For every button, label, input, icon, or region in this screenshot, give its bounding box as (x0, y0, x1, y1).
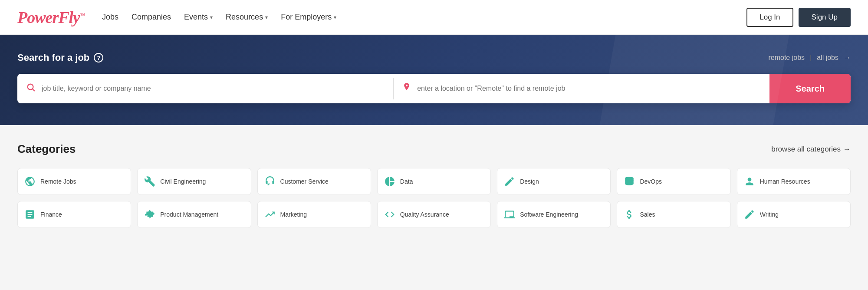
categories-title: Categories (17, 142, 76, 156)
nav-links: Jobs Companies Events ▾ Resources ▾ For … (102, 13, 746, 22)
category-quality-assurance[interactable]: Quality Assurance (377, 201, 491, 228)
category-label: Human Resources (760, 178, 810, 185)
hero-top: Search for a job ? remote jobs | all job… (17, 52, 851, 63)
location-icon (402, 82, 411, 95)
chevron-down-icon: ▾ (265, 14, 268, 20)
laptop-icon (503, 208, 516, 221)
keyword-field (17, 74, 393, 103)
search-box: Search (17, 74, 851, 103)
category-data[interactable]: Data (377, 168, 491, 195)
hero-title: Search for a job ? (17, 52, 103, 63)
nav-actions: Log In Sign Up (746, 8, 851, 27)
pie-chart-icon (384, 175, 396, 188)
keyword-input[interactable] (42, 85, 385, 92)
svg-line-1 (33, 89, 34, 91)
category-label: Marketing (280, 211, 307, 218)
logo[interactable]: PowerFly™ (17, 8, 85, 27)
signup-button[interactable]: Sign Up (799, 8, 851, 27)
design-icon (503, 175, 516, 188)
category-label: DevOps (640, 178, 662, 185)
nav-item-events[interactable]: Events ▾ (184, 13, 213, 22)
search-icon (26, 82, 36, 95)
browse-all-link[interactable]: browse all categories → (771, 145, 851, 154)
category-label: Writing (760, 211, 779, 218)
location-field (394, 74, 769, 103)
divider: | (810, 54, 812, 62)
arrow-icon: → (844, 54, 851, 62)
category-customer-service[interactable]: Customer Service (257, 168, 371, 195)
wrench-icon (144, 175, 156, 188)
category-civil-engineering[interactable]: Civil Engineering (137, 168, 251, 195)
category-label: Data (400, 178, 413, 185)
categories-grid: Remote Jobs Civil Engineering Customer S… (17, 168, 851, 228)
category-label: Civil Engineering (160, 178, 206, 185)
chart-up-icon (264, 208, 276, 221)
all-jobs-link[interactable]: all jobs (817, 54, 838, 62)
remote-jobs-link[interactable]: remote jobs (768, 54, 805, 62)
categories-section: Categories browse all categories → Remot… (0, 125, 868, 245)
category-design[interactable]: Design (497, 168, 611, 195)
calculator-icon (24, 208, 36, 221)
nav-item-companies[interactable]: Companies (132, 13, 171, 22)
category-label: Product Management (160, 211, 218, 218)
category-label: Design (520, 178, 539, 185)
database-icon (623, 175, 635, 188)
category-label: Remote Jobs (40, 178, 76, 185)
help-icon[interactable]: ? (94, 53, 103, 63)
cog-person-icon (144, 208, 156, 221)
login-button[interactable]: Log In (746, 8, 793, 27)
dollar-icon (623, 208, 635, 221)
nav-item-resources[interactable]: Resources ▾ (226, 13, 268, 22)
category-product-management[interactable]: Product Management (137, 201, 251, 228)
category-label: Quality Assurance (400, 211, 449, 218)
location-input[interactable] (417, 85, 761, 92)
chevron-down-icon: ▾ (334, 14, 336, 20)
code-bracket-icon (384, 208, 396, 221)
person-icon (743, 175, 756, 188)
category-remote-jobs[interactable]: Remote Jobs (17, 168, 131, 195)
globe-icon (24, 175, 36, 188)
category-finance[interactable]: Finance (17, 201, 131, 228)
category-label: Sales (640, 211, 655, 218)
nav-item-jobs[interactable]: Jobs (102, 13, 118, 22)
pen-icon (743, 208, 756, 221)
navbar: PowerFly™ Jobs Companies Events ▾ Resour… (0, 0, 868, 35)
category-label: Finance (40, 211, 62, 218)
category-devops[interactable]: DevOps (617, 168, 730, 195)
search-button[interactable]: Search (769, 74, 851, 103)
category-human-resources[interactable]: Human Resources (737, 168, 851, 195)
hero-section: Search for a job ? remote jobs | all job… (0, 35, 868, 125)
arrow-icon: → (843, 145, 851, 154)
job-links: remote jobs | all jobs → (768, 54, 851, 62)
category-sales[interactable]: Sales (617, 201, 730, 228)
category-marketing[interactable]: Marketing (257, 201, 371, 228)
categories-header: Categories browse all categories → (17, 142, 851, 156)
nav-item-for-employers[interactable]: For Employers ▾ (281, 13, 336, 22)
headset-icon (264, 175, 276, 188)
category-label: Software Engineering (520, 211, 578, 218)
chevron-down-icon: ▾ (210, 14, 213, 20)
category-writing[interactable]: Writing (737, 201, 851, 228)
category-software-engineering[interactable]: Software Engineering (497, 201, 611, 228)
category-label: Customer Service (280, 178, 329, 185)
